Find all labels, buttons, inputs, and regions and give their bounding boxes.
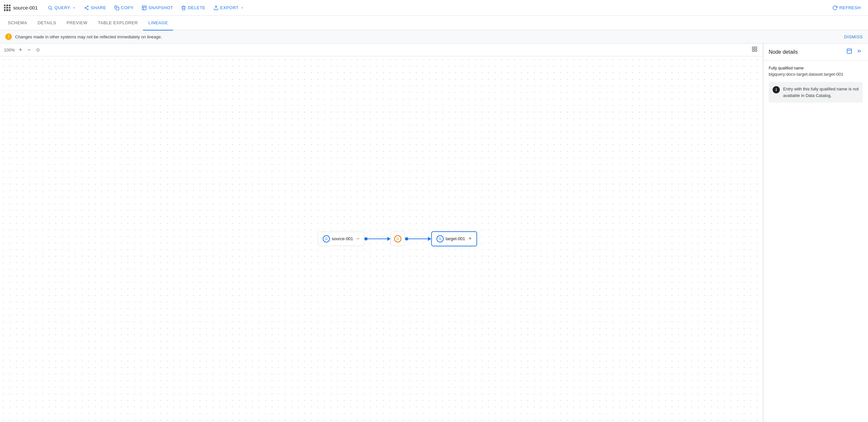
info-banner: ! Changes made in other systems may not … [0, 30, 868, 43]
tab-table-explorer[interactable]: TABLE EXPLORER [93, 16, 143, 30]
svg-line-1 [51, 9, 52, 10]
query-icon [48, 5, 53, 10]
info-text: Entry with this fully qualified name is … [783, 86, 859, 99]
svg-line-6 [86, 8, 87, 9]
share-icon [84, 5, 89, 10]
zoom-in-button[interactable]: + [18, 46, 24, 54]
connection-1 [364, 237, 391, 241]
snapshot-label: SNAPSHOT [149, 5, 174, 10]
conn-dot-2 [405, 237, 408, 240]
minimize-icon [846, 48, 852, 54]
details-body: Fully qualified name bigquery:docs-targe… [764, 61, 868, 108]
source-node-collapse[interactable]: − [356, 236, 359, 242]
node-intermediate[interactable] [391, 232, 405, 246]
zoom-reset-button[interactable]: ⊙ [35, 47, 41, 53]
export-button[interactable]: EXPORT [210, 3, 247, 12]
copy-button[interactable]: COPY [111, 3, 137, 12]
svg-point-3 [85, 7, 86, 8]
node-target-001[interactable]: target-001 + [431, 231, 477, 247]
fit-icon [752, 46, 757, 52]
svg-rect-7 [116, 7, 119, 10]
fqn-label: Fully qualified name [769, 66, 863, 70]
svg-point-2 [87, 6, 88, 7]
copy-label: COPY [121, 5, 134, 10]
svg-rect-11 [755, 47, 757, 48]
refresh-label: REFRESH [839, 5, 861, 10]
export-icon [213, 5, 219, 10]
export-dropdown-icon [240, 6, 244, 10]
node-source-001[interactable]: source-001 − [318, 232, 364, 246]
svg-line-5 [86, 6, 87, 7]
conn-line-1 [368, 238, 387, 239]
svg-rect-12 [755, 50, 757, 52]
tab-lineage[interactable]: LINEAGE [143, 16, 173, 30]
canvas-area: 100% + − ⊙ source-001 − [0, 43, 763, 422]
connection-2 [405, 237, 431, 241]
fqn-row: Fully qualified name bigquery:docs-targe… [769, 66, 863, 77]
conn-arrow-2 [428, 237, 431, 241]
query-button[interactable]: QUERY [44, 3, 79, 12]
svg-rect-13 [752, 50, 754, 52]
app-title-area: source-001 [4, 5, 38, 11]
fqn-value: bigquery:docs-target.dataset.target-001 [769, 72, 863, 77]
dismiss-button[interactable]: DISMISS [844, 34, 863, 39]
conn-arrow-1 [387, 237, 391, 241]
fit-view-button[interactable] [750, 45, 759, 54]
grid-icon [4, 5, 10, 11]
svg-line-17 [398, 239, 399, 240]
tab-preview[interactable]: PREVIEW [61, 16, 92, 30]
conn-dot-1 [364, 237, 368, 240]
refresh-icon [832, 5, 838, 10]
target-node-label: target-001 [445, 236, 465, 241]
tabs-bar: SCHEMA DETAILS PREVIEW TABLE EXPLORER LI… [0, 16, 868, 30]
main-area: 100% + − ⊙ source-001 − [0, 43, 868, 422]
share-label: SHARE [91, 5, 106, 10]
banner-message: Changes made in other systems may not be… [15, 34, 841, 39]
canvas-toolbar: 100% + − ⊙ [0, 43, 763, 56]
snapshot-icon [142, 5, 147, 10]
tab-details[interactable]: DETAILS [32, 16, 62, 30]
delete-label: DELETE [188, 5, 206, 10]
info-box: i Entry with this fully qualified name i… [769, 82, 863, 102]
svg-rect-10 [752, 47, 754, 48]
panel-close-icon [856, 48, 862, 54]
source-node-icon [322, 235, 330, 242]
delete-icon [181, 5, 186, 10]
export-label: EXPORT [220, 5, 239, 10]
target-node-expand[interactable]: + [468, 235, 472, 242]
snapshot-button[interactable]: SNAPSHOT [138, 3, 177, 12]
app-title: source-001 [13, 5, 38, 10]
flow-diagram: source-001 − [318, 231, 477, 247]
panel-close-button[interactable] [856, 47, 863, 56]
svg-rect-20 [847, 49, 851, 54]
lineage-canvas[interactable]: source-001 − [0, 56, 763, 421]
toolbar: source-001 QUERY SHARE COPY SNAPSHOT DEL… [0, 0, 868, 16]
svg-rect-8 [142, 6, 146, 10]
zoom-level: 100% [4, 47, 15, 53]
svg-point-4 [87, 9, 88, 10]
delete-button[interactable]: DELETE [178, 3, 209, 12]
info-icon: i [773, 86, 780, 93]
details-panel-title: Node details [769, 49, 843, 55]
details-header: Node details [764, 43, 868, 61]
svg-line-15 [327, 239, 328, 240]
svg-line-19 [440, 239, 441, 240]
copy-icon [114, 5, 119, 10]
node-details-panel: Node details Fully qualified name bigque… [763, 43, 868, 422]
zoom-out-button[interactable]: − [26, 46, 32, 54]
refresh-button[interactable]: REFRESH [829, 3, 864, 12]
warning-icon: ! [5, 33, 12, 40]
query-dropdown-icon [72, 6, 76, 10]
conn-line-2 [408, 238, 428, 239]
target-node-icon [436, 235, 443, 242]
tab-schema[interactable]: SCHEMA [3, 16, 32, 30]
intermediate-node-icon [394, 235, 401, 242]
panel-minimize-button[interactable] [846, 47, 853, 56]
query-label: QUERY [54, 5, 70, 10]
share-button[interactable]: SHARE [81, 3, 110, 12]
source-node-label: source-001 [332, 236, 353, 241]
